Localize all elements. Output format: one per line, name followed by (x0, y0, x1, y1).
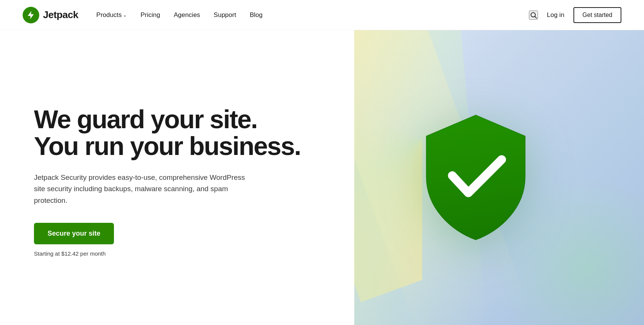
jetpack-bolt-icon (26, 10, 36, 20)
nav-agencies[interactable]: Agencies (174, 11, 200, 19)
hero-section: We guard your site. You run your busines… (0, 30, 644, 325)
chevron-down-icon: ⌄ (123, 12, 127, 18)
nav-pricing[interactable]: Pricing (140, 11, 160, 19)
svg-line-1 (535, 16, 536, 18)
nav-right: Log in Get started (529, 7, 621, 23)
logo-link[interactable]: Jetpack (23, 7, 78, 23)
shield-icon (412, 109, 540, 245)
search-icon (530, 11, 537, 19)
hero-right (354, 30, 644, 325)
secure-your-site-button[interactable]: Secure your site (34, 223, 114, 244)
logo-icon (23, 7, 39, 23)
navbar: Jetpack Products ⌄ Pricing Agencies Supp… (0, 0, 644, 30)
get-started-button[interactable]: Get started (573, 7, 621, 23)
nav-support[interactable]: Support (214, 11, 236, 19)
nav-products[interactable]: Products ⌄ (96, 11, 127, 19)
shield-illustration (412, 109, 540, 246)
nav-links: Products ⌄ Pricing Agencies Support Blog (96, 11, 529, 19)
hero-left: We guard your site. You run your busines… (0, 30, 354, 325)
logo-text: Jetpack (43, 9, 78, 21)
nav-blog[interactable]: Blog (250, 11, 263, 19)
login-link[interactable]: Log in (547, 11, 564, 19)
search-button[interactable] (529, 11, 538, 20)
hero-headline: We guard your site. You run your busines… (34, 106, 332, 160)
hero-subtext: Jetpack Security provides easy-to-use, c… (34, 172, 245, 206)
starting-price-text: Starting at $12.42 per month (34, 250, 332, 257)
